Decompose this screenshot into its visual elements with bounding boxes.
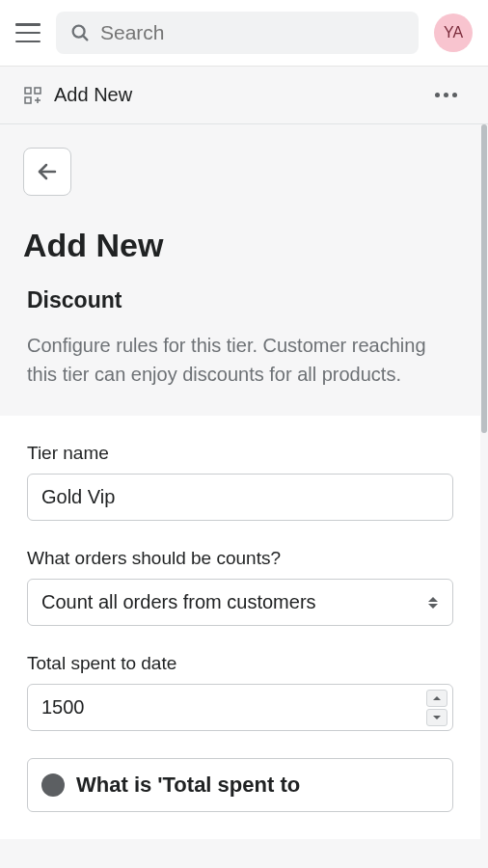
scrollbar[interactable] (480, 124, 488, 859)
section-description: Configure rules for this tier. Customer … (27, 331, 453, 389)
stepper-down-button[interactable] (426, 709, 447, 726)
menu-button[interactable] (15, 23, 41, 42)
stepper-up-button[interactable] (426, 690, 447, 707)
arrow-left-icon (36, 160, 59, 183)
subheader-title: Add New (54, 84, 132, 106)
scrollbar-thumb[interactable] (481, 124, 487, 433)
tier-name-label: Tier name (27, 443, 453, 464)
search-field[interactable] (56, 12, 419, 54)
total-spent-label: Total spent to date (27, 653, 453, 674)
svg-rect-2 (25, 88, 31, 94)
search-icon (69, 22, 91, 43)
info-heading: What is 'Total spent to (76, 773, 300, 798)
page-title: Add New (23, 227, 457, 264)
svg-line-1 (83, 36, 87, 40)
info-panel: What is 'Total spent to (27, 758, 453, 812)
total-spent-input[interactable] (27, 684, 453, 731)
app-icon (23, 86, 42, 105)
more-options-button[interactable] (427, 85, 465, 105)
order-count-label: What orders should be counts? (27, 548, 453, 569)
tier-name-input[interactable] (27, 474, 453, 521)
section-heading: Discount (27, 287, 453, 313)
svg-rect-3 (35, 88, 41, 94)
back-button[interactable] (23, 148, 71, 196)
svg-rect-4 (25, 97, 31, 103)
avatar[interactable]: YA (434, 14, 473, 52)
search-input[interactable] (100, 21, 405, 44)
info-icon (41, 773, 65, 797)
order-count-select[interactable]: Count all orders from customers (27, 579, 453, 626)
